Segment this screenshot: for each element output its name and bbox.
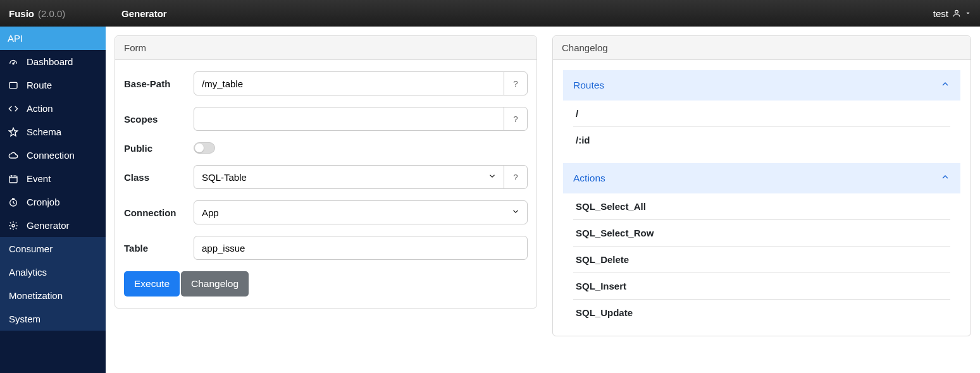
sidebar-item-label: Cronjob <box>27 197 60 207</box>
basepath-help-button[interactable]: ? <box>504 71 528 95</box>
public-label: Public <box>124 143 194 154</box>
public-toggle[interactable] <box>194 142 215 154</box>
sidebar-item-cronjob[interactable]: Cronjob <box>0 190 106 214</box>
sidebar: API Dashboard Route Action Schema <box>0 27 106 373</box>
form-panel-header: Form <box>115 36 537 60</box>
sidebar-item-label: Event <box>27 173 51 184</box>
connection-label: Connection <box>124 207 194 218</box>
sidebar-section-analytics[interactable]: Analytics <box>0 260 106 284</box>
user-name: test <box>933 8 948 19</box>
actions-list: SQL_Select_All SQL_Select_Row SQL_Delete… <box>573 193 950 326</box>
routes-accordion: Routes / /:id <box>563 70 960 153</box>
cog-icon <box>8 221 19 231</box>
sidebar-item-label: Generator <box>27 220 70 231</box>
action-item: SQL_Insert <box>573 273 950 300</box>
table-input[interactable] <box>194 236 528 260</box>
sidebar-item-schema[interactable]: Schema <box>0 120 106 144</box>
route-icon <box>8 80 19 90</box>
clock-icon <box>8 197 19 207</box>
basepath-input[interactable] <box>194 71 504 95</box>
execute-button[interactable]: Execute <box>124 271 180 297</box>
main-content: Form Base-Path ? Scopes ? <box>106 27 980 373</box>
sidebar-section-api[interactable]: API <box>0 27 106 50</box>
gauge-icon <box>8 57 19 67</box>
sidebar-item-action[interactable]: Action <box>0 97 106 120</box>
sidebar-item-label: Action <box>27 103 53 114</box>
class-select[interactable] <box>194 165 504 189</box>
table-label: Table <box>124 243 194 254</box>
changelog-panel-header: Changelog <box>553 36 971 60</box>
sidebar-item-generator[interactable]: Generator <box>0 214 106 237</box>
cloud-icon <box>8 150 19 161</box>
action-item: SQL_Select_Row <box>573 220 950 247</box>
changelog-button[interactable]: Changelog <box>181 271 249 297</box>
sidebar-section-label: Consumer <box>9 243 53 254</box>
chevron-up-icon <box>940 172 950 185</box>
scopes-help-button[interactable]: ? <box>504 107 528 131</box>
code-icon <box>8 104 19 114</box>
star-icon <box>8 127 19 137</box>
caret-down-icon <box>965 10 971 16</box>
sidebar-item-label: Route <box>27 80 52 90</box>
chevron-up-icon <box>940 79 950 92</box>
page-title: Generator <box>121 8 167 19</box>
user-menu[interactable]: test <box>933 8 971 19</box>
sidebar-item-label: Schema <box>27 126 61 137</box>
scopes-input[interactable] <box>194 107 504 131</box>
routes-accordion-header[interactable]: Routes <box>563 70 960 101</box>
action-item: SQL_Update <box>573 300 950 326</box>
sidebar-item-event[interactable]: Event <box>0 167 106 190</box>
class-help-button[interactable]: ? <box>504 165 528 189</box>
topbar: Fusio (2.0.0) Generator test <box>0 0 980 27</box>
sidebar-item-label: Dashboard <box>27 56 73 67</box>
routes-list: / /:id <box>573 101 950 153</box>
user-icon <box>952 9 961 18</box>
changelog-panel: Changelog Routes / /:id Actions <box>552 35 971 336</box>
connection-select[interactable] <box>194 200 528 224</box>
calendar-icon <box>8 174 19 184</box>
sidebar-section-system[interactable]: System <box>0 307 106 331</box>
svg-rect-2 <box>9 82 17 88</box>
sidebar-item-label: Connection <box>27 150 75 161</box>
sidebar-item-connection[interactable]: Connection <box>0 144 106 167</box>
actions-accordion: Actions SQL_Select_All SQL_Select_Row SQ… <box>563 163 960 326</box>
route-item: /:id <box>573 127 950 153</box>
svg-point-5 <box>12 224 15 227</box>
form-panel: Form Base-Path ? Scopes ? <box>115 35 537 309</box>
route-item: / <box>573 101 950 127</box>
sidebar-section-label: System <box>9 314 40 324</box>
sidebar-section-monetization[interactable]: Monetization <box>0 284 106 307</box>
brand: Fusio (2.0.0) <box>9 8 121 19</box>
action-item: SQL_Select_All <box>573 193 950 220</box>
actions-accordion-label: Actions <box>573 173 605 184</box>
brand-name: Fusio <box>9 8 34 19</box>
sidebar-section-label: Monetization <box>9 290 63 301</box>
sidebar-section-label: API <box>8 33 23 44</box>
brand-version: (2.0.0) <box>38 8 65 19</box>
basepath-label: Base-Path <box>124 78 194 89</box>
actions-accordion-header[interactable]: Actions <box>563 163 960 193</box>
sidebar-section-consumer[interactable]: Consumer <box>0 237 106 260</box>
sidebar-section-label: Analytics <box>9 267 47 278</box>
sidebar-item-route[interactable]: Route <box>0 73 106 97</box>
sidebar-item-dashboard[interactable]: Dashboard <box>0 50 106 73</box>
svg-point-0 <box>955 10 958 13</box>
action-item: SQL_Delete <box>573 247 950 273</box>
svg-rect-3 <box>9 176 17 183</box>
class-label: Class <box>124 172 194 183</box>
routes-accordion-label: Routes <box>573 80 604 91</box>
scopes-label: Scopes <box>124 114 194 125</box>
